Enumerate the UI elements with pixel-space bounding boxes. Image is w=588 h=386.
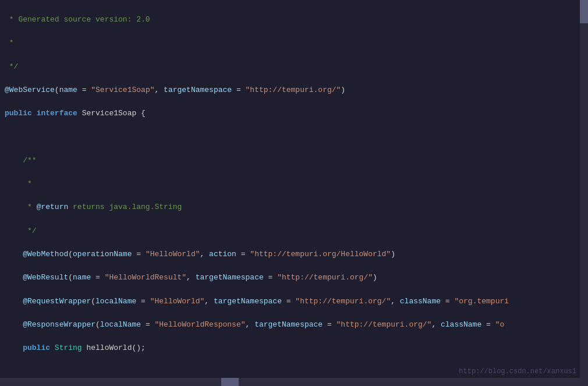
watermark: http://blog.csdn.net/xanxus1 — [459, 367, 576, 376]
horizontal-scrollbar[interactable] — [0, 378, 580, 386]
code-area[interactable]: * Generated source version: 2.0 * */ @We… — [0, 0, 588, 386]
code-content: * Generated source version: 2.0 * */ @We… — [0, 0, 588, 386]
scrollbar-thumb-vertical[interactable] — [580, 0, 588, 23]
vertical-scrollbar[interactable] — [580, 0, 588, 386]
scrollbar-thumb-horizontal[interactable] — [221, 378, 239, 386]
editor-container: * Generated source version: 2.0 * */ @We… — [0, 0, 588, 386]
